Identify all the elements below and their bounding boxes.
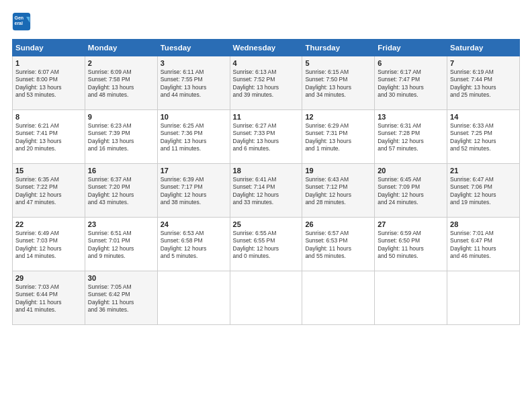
weekday-header-tuesday: Tuesday <box>157 40 230 56</box>
weekday-header-saturday: Saturday <box>447 40 520 56</box>
day-number: 22 <box>15 220 82 228</box>
cell-content: Sunrise: 6:29 AMSunset: 7:31 PMDaylight:… <box>305 122 371 153</box>
day-cell-17: 17Sunrise: 6:39 AMSunset: 7:17 PMDayligh… <box>157 164 230 218</box>
cell-content: Sunrise: 6:53 AMSunset: 6:58 PMDaylight:… <box>161 230 227 261</box>
cell-content: Sunrise: 6:27 AMSunset: 7:33 PMDaylight:… <box>233 122 300 153</box>
cell-content: Sunrise: 6:33 AMSunset: 7:25 PMDaylight:… <box>450 122 517 153</box>
day-cell-22: 22Sunrise: 6:49 AMSunset: 7:03 PMDayligh… <box>13 218 85 271</box>
day-number: 13 <box>378 113 444 121</box>
day-cell-12: 12Sunrise: 6:29 AMSunset: 7:31 PMDayligh… <box>302 110 375 164</box>
cell-content: Sunrise: 6:47 AMSunset: 7:06 PMDaylight:… <box>450 176 517 207</box>
day-cell-28: 28Sunrise: 7:01 AMSunset: 6:47 PMDayligh… <box>447 218 520 271</box>
day-number: 21 <box>450 167 517 175</box>
calendar-row-2: 15Sunrise: 6:35 AMSunset: 7:22 PMDayligh… <box>13 164 520 218</box>
day-cell-2: 2Sunrise: 6:09 AMSunset: 7:58 PMDaylight… <box>85 56 157 110</box>
day-number: 11 <box>233 113 300 121</box>
cell-content: Sunrise: 6:11 AMSunset: 7:55 PMDaylight:… <box>161 68 227 99</box>
empty-cell <box>375 271 447 325</box>
cell-content: Sunrise: 6:35 AMSunset: 7:22 PMDaylight:… <box>15 176 82 207</box>
logo: Gen eral <box>12 12 34 31</box>
cell-content: Sunrise: 6:49 AMSunset: 7:03 PMDaylight:… <box>15 230 82 261</box>
day-number: 10 <box>161 113 227 121</box>
day-cell-21: 21Sunrise: 6:47 AMSunset: 7:06 PMDayligh… <box>447 164 520 218</box>
cell-content: Sunrise: 7:01 AMSunset: 6:47 PMDaylight:… <box>450 230 517 261</box>
day-cell-26: 26Sunrise: 6:57 AMSunset: 6:53 PMDayligh… <box>302 218 375 271</box>
day-cell-23: 23Sunrise: 6:51 AMSunset: 7:01 PMDayligh… <box>85 218 157 271</box>
calendar-row-3: 22Sunrise: 6:49 AMSunset: 7:03 PMDayligh… <box>13 218 520 271</box>
day-cell-6: 6Sunrise: 6:17 AMSunset: 7:47 PMDaylight… <box>375 56 447 110</box>
day-number: 2 <box>88 59 154 67</box>
cell-content: Sunrise: 6:57 AMSunset: 6:53 PMDaylight:… <box>305 230 371 261</box>
day-cell-19: 19Sunrise: 6:43 AMSunset: 7:12 PMDayligh… <box>302 164 375 218</box>
cell-content: Sunrise: 6:45 AMSunset: 7:09 PMDaylight:… <box>378 176 444 207</box>
cell-content: Sunrise: 6:09 AMSunset: 7:58 PMDaylight:… <box>88 68 154 99</box>
day-number: 9 <box>88 113 154 121</box>
svg-text:eral: eral <box>15 21 24 26</box>
day-cell-29: 29Sunrise: 7:03 AMSunset: 6:44 PMDayligh… <box>13 271 85 325</box>
logo-icon: Gen eral <box>12 12 31 31</box>
weekday-header-row: SundayMondayTuesdayWednesdayThursdayFrid… <box>13 40 520 56</box>
day-cell-3: 3Sunrise: 6:11 AMSunset: 7:55 PMDaylight… <box>157 56 230 110</box>
day-cell-1: 1Sunrise: 6:07 AMSunset: 8:00 PMDaylight… <box>13 56 85 110</box>
day-number: 17 <box>161 167 227 175</box>
day-cell-25: 25Sunrise: 6:55 AMSunset: 6:55 PMDayligh… <box>230 218 302 271</box>
cell-content: Sunrise: 7:05 AMSunset: 6:42 PMDaylight:… <box>88 283 154 314</box>
day-number: 15 <box>15 167 82 175</box>
day-number: 27 <box>378 220 444 228</box>
day-cell-20: 20Sunrise: 6:45 AMSunset: 7:09 PMDayligh… <box>375 164 447 218</box>
cell-content: Sunrise: 6:31 AMSunset: 7:28 PMDaylight:… <box>378 122 444 153</box>
cell-content: Sunrise: 6:15 AMSunset: 7:50 PMDaylight:… <box>305 68 371 99</box>
day-number: 24 <box>161 220 227 228</box>
day-number: 8 <box>15 113 82 121</box>
cell-content: Sunrise: 6:43 AMSunset: 7:12 PMDaylight:… <box>305 176 371 207</box>
day-number: 6 <box>378 59 444 67</box>
day-number: 3 <box>161 59 227 67</box>
day-number: 30 <box>88 274 154 282</box>
cell-content: Sunrise: 6:23 AMSunset: 7:39 PMDaylight:… <box>88 122 154 153</box>
day-cell-7: 7Sunrise: 6:19 AMSunset: 7:44 PMDaylight… <box>447 56 520 110</box>
day-cell-24: 24Sunrise: 6:53 AMSunset: 6:58 PMDayligh… <box>157 218 230 271</box>
cell-content: Sunrise: 6:59 AMSunset: 6:50 PMDaylight:… <box>378 230 444 261</box>
day-number: 7 <box>450 59 517 67</box>
day-number: 4 <box>233 59 300 67</box>
day-cell-18: 18Sunrise: 6:41 AMSunset: 7:14 PMDayligh… <box>230 164 302 218</box>
day-number: 29 <box>15 274 82 282</box>
calendar-row-0: 1Sunrise: 6:07 AMSunset: 8:00 PMDaylight… <box>13 56 520 110</box>
cell-content: Sunrise: 6:19 AMSunset: 7:44 PMDaylight:… <box>450 68 517 99</box>
day-cell-5: 5Sunrise: 6:15 AMSunset: 7:50 PMDaylight… <box>302 56 375 110</box>
cell-content: Sunrise: 6:37 AMSunset: 7:20 PMDaylight:… <box>88 176 154 207</box>
cell-content: Sunrise: 6:39 AMSunset: 7:17 PMDaylight:… <box>161 176 227 207</box>
weekday-header-sunday: Sunday <box>13 40 85 56</box>
cell-content: Sunrise: 6:21 AMSunset: 7:41 PMDaylight:… <box>15 122 82 153</box>
day-cell-4: 4Sunrise: 6:13 AMSunset: 7:52 PMDaylight… <box>230 56 302 110</box>
day-number: 28 <box>450 220 517 228</box>
cell-content: Sunrise: 6:51 AMSunset: 7:01 PMDaylight:… <box>88 230 154 261</box>
cell-content: Sunrise: 6:13 AMSunset: 7:52 PMDaylight:… <box>233 68 300 99</box>
calendar-page: Gen eral SundayMondayTuesdayWednesdayThu… <box>0 0 532 411</box>
calendar-table: SundayMondayTuesdayWednesdayThursdayFrid… <box>12 39 520 325</box>
svg-text:Gen: Gen <box>15 15 24 20</box>
weekday-header-friday: Friday <box>375 40 447 56</box>
day-number: 18 <box>233 167 300 175</box>
header: Gen eral <box>12 12 520 31</box>
day-number: 25 <box>233 220 300 228</box>
cell-content: Sunrise: 6:41 AMSunset: 7:14 PMDaylight:… <box>233 176 300 207</box>
day-number: 14 <box>450 113 517 121</box>
day-number: 20 <box>378 167 444 175</box>
calendar-row-1: 8Sunrise: 6:21 AMSunset: 7:41 PMDaylight… <box>13 110 520 164</box>
day-cell-9: 9Sunrise: 6:23 AMSunset: 7:39 PMDaylight… <box>85 110 157 164</box>
day-number: 5 <box>305 59 371 67</box>
day-cell-10: 10Sunrise: 6:25 AMSunset: 7:36 PMDayligh… <box>157 110 230 164</box>
day-cell-13: 13Sunrise: 6:31 AMSunset: 7:28 PMDayligh… <box>375 110 447 164</box>
day-cell-16: 16Sunrise: 6:37 AMSunset: 7:20 PMDayligh… <box>85 164 157 218</box>
day-number: 16 <box>88 167 154 175</box>
day-cell-11: 11Sunrise: 6:27 AMSunset: 7:33 PMDayligh… <box>230 110 302 164</box>
empty-cell <box>230 271 302 325</box>
day-cell-8: 8Sunrise: 6:21 AMSunset: 7:41 PMDaylight… <box>13 110 85 164</box>
weekday-header-wednesday: Wednesday <box>230 40 302 56</box>
cell-content: Sunrise: 6:17 AMSunset: 7:47 PMDaylight:… <box>378 68 444 99</box>
day-number: 19 <box>305 167 371 175</box>
weekday-header-monday: Monday <box>85 40 157 56</box>
weekday-header-thursday: Thursday <box>302 40 375 56</box>
empty-cell <box>302 271 375 325</box>
